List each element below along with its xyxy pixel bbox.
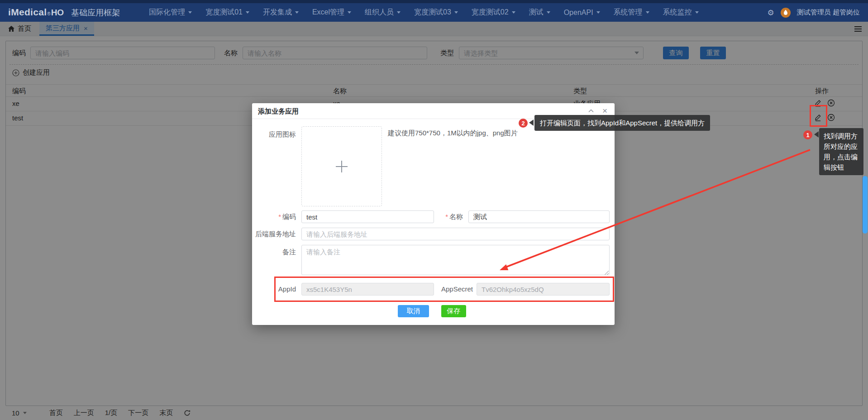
chevron-down-icon bbox=[397, 11, 401, 14]
user-name[interactable]: 测试管理员 超管岗位 bbox=[797, 8, 860, 17]
step-badge-1: 1 bbox=[803, 130, 812, 139]
appid-label: AppId bbox=[252, 283, 296, 296]
menu-item-dev-integration[interactable]: 开发集成 bbox=[263, 8, 299, 17]
icon-upload-box[interactable] bbox=[301, 126, 382, 206]
menu-item-system-mgmt[interactable]: 系统管理 bbox=[614, 8, 649, 17]
name-label: *名称 bbox=[433, 210, 463, 223]
collapse-icon[interactable] bbox=[588, 109, 594, 113]
menu-item-width-test-01[interactable]: 宽度测试01 bbox=[205, 8, 249, 17]
registered-mark: ® bbox=[47, 11, 50, 16]
backend-url-input[interactable] bbox=[301, 228, 610, 240]
navbar-top-strip bbox=[0, 0, 868, 3]
appid-input bbox=[301, 283, 434, 296]
menu-item-system-monitor[interactable]: 系统监控 bbox=[663, 8, 699, 17]
app-icon-label: 应用图标 bbox=[252, 128, 296, 141]
chevron-down-icon bbox=[246, 11, 249, 14]
remark-textarea[interactable] bbox=[301, 245, 610, 275]
menu-item-org-personnel[interactable]: 组织人员 bbox=[365, 8, 401, 17]
step-badge-2: 2 bbox=[519, 119, 528, 128]
scrollbar-thumb[interactable] bbox=[863, 176, 868, 234]
code-label: *编码 bbox=[252, 210, 296, 223]
remark-label: 备注 bbox=[252, 246, 296, 258]
gear-icon[interactable]: ⚙ bbox=[768, 8, 774, 17]
flame-icon bbox=[783, 10, 788, 16]
chevron-down-icon bbox=[646, 11, 649, 14]
navbar-user-area: ⚙ 测试管理员 超管岗位 bbox=[768, 8, 860, 18]
appsecret-label: AppSecret bbox=[428, 283, 473, 296]
tooltip-arrow bbox=[529, 119, 534, 126]
menu-item-i18n-mgmt[interactable]: 国际化管理 bbox=[149, 8, 192, 17]
screen: iMedical®HO 基础应用框架 国际化管理 宽度测试01 开发集成 Exc… bbox=[0, 0, 868, 420]
logo-suffix: HO bbox=[51, 8, 64, 18]
name-input[interactable] bbox=[468, 210, 610, 223]
chevron-down-icon bbox=[188, 11, 192, 14]
menu-item-width-test-02[interactable]: 宽度测试02 bbox=[472, 8, 515, 17]
chevron-down-icon bbox=[547, 11, 550, 14]
required-mark: * bbox=[278, 213, 281, 220]
add-app-modal: 添加业务应用 × 应用图标 建议使用750*750，1M以内的jpg、png图片… bbox=[252, 103, 615, 325]
app-logo: iMedical®HO 基础应用框架 bbox=[8, 7, 120, 18]
backend-url-label: 后端服务地址 bbox=[252, 228, 296, 240]
chevron-down-icon bbox=[454, 11, 458, 14]
top-navbar: iMedical®HO 基础应用框架 国际化管理 宽度测试01 开发集成 Exc… bbox=[0, 0, 868, 22]
cancel-button[interactable]: 取消 bbox=[398, 305, 429, 317]
chevron-down-icon bbox=[348, 11, 351, 14]
appsecret-input bbox=[477, 283, 610, 296]
code-input[interactable] bbox=[301, 210, 434, 223]
tooltip-arrow bbox=[814, 131, 819, 138]
close-icon[interactable]: × bbox=[602, 106, 607, 116]
menu-item-width-test-03[interactable]: 宽度测试03 bbox=[414, 8, 458, 17]
logo-text: iMedical bbox=[8, 7, 47, 18]
chevron-down-icon bbox=[512, 11, 515, 14]
save-button[interactable]: 保存 bbox=[441, 305, 466, 317]
chevron-down-icon bbox=[295, 11, 299, 14]
chevron-down-icon bbox=[695, 11, 699, 14]
icon-upload-hint: 建议使用750*750，1M以内的jpg、png图片 bbox=[388, 129, 518, 138]
menu-item-test[interactable]: 测试 bbox=[529, 8, 550, 17]
step-tooltip-1: 找到调用方所对应的应用，点击编辑按钮 bbox=[819, 128, 863, 175]
menu-item-openapi[interactable]: OpenAPI bbox=[564, 9, 600, 17]
required-mark: * bbox=[445, 213, 448, 220]
modal-title: 添加业务应用 bbox=[258, 103, 299, 119]
product-title: 基础应用框架 bbox=[71, 7, 120, 18]
chevron-down-icon bbox=[596, 11, 600, 14]
main-menu: 国际化管理 宽度测试01 开发集成 Excel管理 组织人员 宽度测试03 宽度… bbox=[149, 8, 698, 17]
step-tooltip-2: 打开编辑页面，找到AppId和AppSecret，提供给调用方 bbox=[534, 115, 710, 131]
menu-item-excel-mgmt[interactable]: Excel管理 bbox=[312, 8, 351, 17]
avatar[interactable] bbox=[781, 8, 791, 18]
